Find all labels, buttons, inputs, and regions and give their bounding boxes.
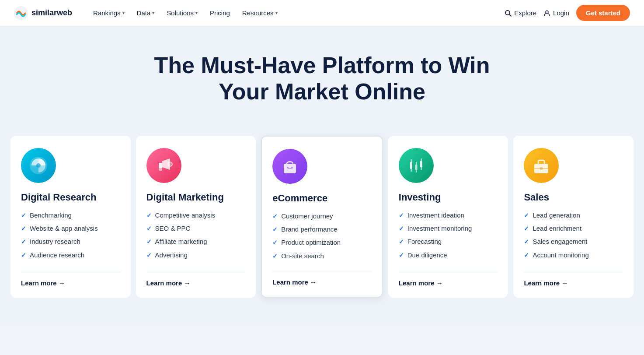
- list-item: ✓Advertising: [146, 251, 246, 260]
- logo[interactable]: similarweb: [14, 6, 72, 20]
- check-icon: ✓: [146, 238, 152, 246]
- svg-marker-6: [159, 163, 162, 168]
- explore-link[interactable]: Explore: [505, 9, 536, 17]
- logo-text: similarweb: [31, 8, 72, 18]
- card-list-digital-marketing: ✓Competitive analysis ✓SEO & PPC ✓Affili…: [146, 211, 246, 261]
- nav-data[interactable]: Data ▾: [132, 6, 160, 20]
- check-icon: ✓: [399, 238, 404, 246]
- search-icon: [505, 10, 512, 17]
- check-icon: ✓: [524, 211, 529, 220]
- svg-rect-8: [159, 168, 162, 171]
- card-icon-investing: [399, 148, 434, 183]
- card-icon-sales: [524, 148, 559, 183]
- check-icon: ✓: [399, 225, 404, 233]
- check-icon: ✓: [399, 211, 404, 220]
- check-icon: ✓: [21, 225, 26, 233]
- list-item: ✓Affiliate marketing: [146, 237, 246, 246]
- learn-more-ecommerce[interactable]: Learn more →: [272, 278, 317, 286]
- card-icon-digital-research: [21, 148, 56, 183]
- list-item: ✓Forecasting: [399, 237, 498, 246]
- learn-more-investing[interactable]: Learn more →: [399, 279, 443, 287]
- user-icon: [543, 10, 550, 17]
- card-list-sales: ✓Lead generation ✓Lead enrichment ✓Sales…: [524, 211, 623, 261]
- list-item: ✓Benchmarking: [21, 211, 120, 220]
- card-investing: Investing ✓Investment ideation ✓Investme…: [388, 136, 508, 298]
- list-item: ✓Lead generation: [524, 211, 623, 220]
- chevron-down-icon: ▾: [275, 11, 278, 15]
- card-footer-digital-research: Learn more →: [21, 272, 120, 287]
- check-icon: ✓: [146, 251, 152, 260]
- hero-section: The Must-Have Platform to Win Your Marke…: [0, 26, 644, 127]
- list-item: ✓Customer journey: [272, 212, 372, 221]
- check-icon: ✓: [272, 212, 278, 221]
- card-list-investing: ✓Investment ideation ✓Investment monitor…: [399, 211, 498, 261]
- get-started-button[interactable]: Get started: [576, 5, 630, 21]
- card-list-digital-research: ✓Benchmarking ✓Website & app analysis ✓I…: [21, 211, 120, 261]
- card-digital-marketing: Digital Marketing ✓Competitive analysis …: [136, 136, 256, 298]
- list-item: ✓SEO & PPC: [146, 224, 246, 233]
- check-icon: ✓: [21, 211, 26, 220]
- svg-rect-19: [420, 161, 422, 167]
- nav-solutions[interactable]: Solutions ▾: [161, 6, 203, 20]
- learn-more-digital-marketing[interactable]: Learn more →: [146, 279, 191, 287]
- marketing-icon: [153, 155, 174, 176]
- list-item: ✓Investment ideation: [399, 211, 498, 220]
- list-item: ✓Lead enrichment: [524, 224, 623, 233]
- learn-more-digital-research[interactable]: Learn more →: [21, 279, 65, 287]
- check-icon: ✓: [146, 211, 152, 220]
- list-item: ✓Investment monitoring: [399, 224, 498, 233]
- card-list-ecommerce: ✓Customer journey ✓Brand performance ✓Pr…: [272, 212, 372, 260]
- card-footer-sales: Learn more →: [524, 272, 623, 287]
- nav-pricing[interactable]: Pricing: [205, 6, 235, 20]
- check-icon: ✓: [146, 225, 152, 233]
- login-link[interactable]: Login: [543, 9, 569, 17]
- check-icon: ✓: [399, 251, 404, 260]
- nav-right: Explore Login Get started: [505, 5, 630, 21]
- svg-rect-13: [410, 162, 412, 169]
- check-icon: ✓: [524, 238, 529, 246]
- card-icon-digital-marketing: [146, 148, 181, 183]
- navbar: similarweb Rankings ▾ Data ▾ Solutions ▾…: [0, 0, 644, 26]
- check-icon: ✓: [272, 252, 278, 260]
- check-icon: ✓: [272, 239, 278, 247]
- list-item: ✓Audience research: [21, 251, 120, 260]
- list-item: ✓Product optimization: [272, 238, 372, 247]
- list-item: ✓Competitive analysis: [146, 211, 246, 220]
- list-item: ✓Account monitoring: [524, 251, 623, 260]
- list-item: ✓Sales engagement: [524, 237, 623, 246]
- nav-resources[interactable]: Resources ▾: [237, 6, 283, 20]
- card-digital-research: Digital Research ✓Benchmarking ✓Website …: [10, 136, 131, 298]
- chevron-down-icon: ▾: [195, 11, 198, 15]
- check-icon: ✓: [21, 238, 26, 246]
- ecommerce-icon: [279, 156, 300, 177]
- sales-icon: [531, 155, 552, 176]
- list-item: ✓Industry research: [21, 237, 120, 246]
- card-title-sales: Sales: [524, 192, 623, 203]
- chevron-down-icon: ▾: [152, 11, 154, 15]
- cards-container: Digital Research ✓Benchmarking ✓Website …: [10, 136, 634, 298]
- nav-rankings[interactable]: Rankings ▾: [88, 6, 130, 20]
- check-icon: ✓: [272, 225, 278, 234]
- list-item: ✓Brand performance: [272, 225, 372, 234]
- svg-point-9: [168, 162, 172, 166]
- svg-line-2: [509, 14, 511, 16]
- hero-title: The Must-Have Platform to Win Your Marke…: [147, 53, 497, 105]
- chevron-down-icon: ▾: [122, 11, 125, 15]
- card-icon-ecommerce: [272, 149, 307, 184]
- investing-icon: [406, 155, 427, 176]
- svg-rect-16: [415, 165, 417, 170]
- card-title-investing: Investing: [399, 192, 498, 203]
- check-icon: ✓: [21, 251, 26, 260]
- card-footer-investing: Learn more →: [399, 272, 498, 287]
- svg-rect-24: [540, 167, 543, 170]
- learn-more-sales[interactable]: Learn more →: [524, 279, 568, 287]
- card-title-digital-marketing: Digital Marketing: [146, 192, 246, 203]
- nav-links: Rankings ▾ Data ▾ Solutions ▾ Pricing Re…: [88, 6, 505, 20]
- cards-section: Digital Research ✓Benchmarking ✓Website …: [0, 127, 644, 324]
- research-icon: [28, 155, 49, 176]
- card-title-ecommerce: eCommerce: [272, 193, 372, 204]
- check-icon: ✓: [524, 251, 529, 260]
- list-item: ✓Due diligence: [399, 251, 498, 260]
- card-ecommerce: eCommerce ✓Customer journey ✓Brand perfo…: [261, 136, 383, 298]
- list-item: ✓Website & app analysis: [21, 224, 120, 233]
